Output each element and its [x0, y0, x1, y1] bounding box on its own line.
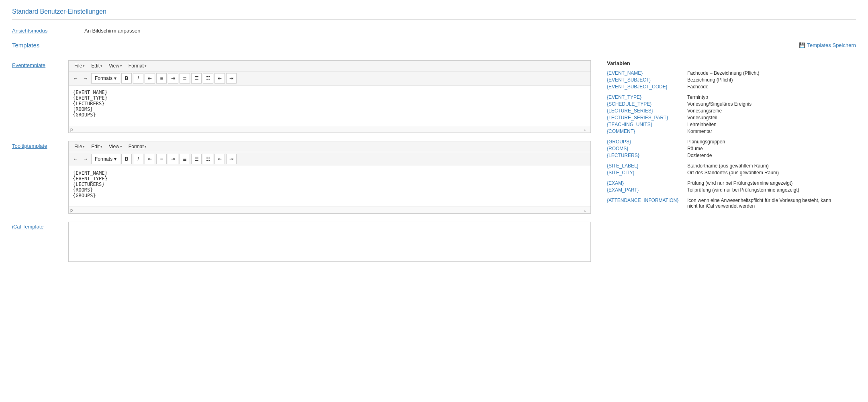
var-desc: Kommentar [687, 129, 712, 134]
templates-title: Templates [12, 42, 39, 49]
undo-button-tooltip[interactable]: ← [71, 155, 80, 163]
formats-dropdown-event[interactable]: Formats ▾ [91, 73, 120, 84]
tooltiptemplate-label[interactable]: Tooltiptemplate [12, 141, 68, 149]
bold-button-tooltip[interactable]: B [121, 154, 132, 164]
var-name[interactable]: {LECTURE_SERIES} [607, 108, 687, 114]
tooltiptemplate-toolbar: ← → Formats ▾ B I ⇤ ≡ ⇥ ≣ ☰ ☷ [69, 152, 590, 166]
view-menu-tooltip[interactable]: View ▾ [106, 143, 125, 150]
var-row: {LECTURERS} Dozierende [607, 153, 856, 158]
var-desc: Fachcode – Bezeichnung (Pflicht) [687, 70, 759, 76]
var-group-5: {ATTENDANCE_INFORMATION} Icon wenn eine … [607, 198, 856, 209]
var-desc: Dozierende [687, 153, 712, 158]
variables-panel: Variablen {EVENT_NAME} Fachcode – Bezeic… [607, 60, 856, 270]
var-row: {EVENT_SUBJECT_CODE} Fachcode [607, 84, 856, 90]
outdent-button-event[interactable]: ⇤ [214, 73, 225, 84]
format-menu-event[interactable]: Format ▾ [125, 62, 150, 69]
var-name[interactable]: {EVENT_NAME} [607, 70, 687, 76]
var-name[interactable]: {EVENT_SUBJECT_CODE} [607, 84, 687, 90]
var-group-4: {EXAM} Prüfung (wird nur bei Prüfungster… [607, 180, 856, 193]
var-name[interactable]: {SCHEDULE_TYPE} [607, 101, 687, 107]
save-templates-button[interactable]: 💾 Templates Speichern [799, 42, 856, 48]
outdent-button-tooltip[interactable]: ⇤ [214, 154, 225, 164]
tooltiptemplate-body[interactable]: {EVENT_NAME} {EVENT_TYPE} {LECTURERS} {R… [69, 166, 590, 206]
tooltiptemplate-footer: p ⌞ [69, 206, 590, 213]
align-justify-button-tooltip[interactable]: ≣ [180, 154, 190, 164]
var-name[interactable]: {SITE_LABEL} [607, 163, 687, 169]
eventtemplate-toolbar: ← → Formats ▾ B I ⇤ ≡ ⇥ ≣ ☰ [69, 71, 590, 86]
var-name[interactable]: {GROUPS} [607, 139, 687, 145]
var-row: {EVENT_SUBJECT} Bezeichnung (Pflicht) [607, 77, 856, 83]
resize-handle-tooltip[interactable]: ⌞ [584, 208, 589, 212]
align-justify-button-event[interactable]: ≣ [180, 73, 190, 84]
list-ordered-button-tooltip[interactable]: ☷ [203, 154, 213, 164]
view-menu-event[interactable]: View ▾ [106, 62, 125, 69]
bold-button-event[interactable]: B [121, 73, 132, 84]
var-name[interactable]: {EXAM} [607, 180, 687, 186]
variables-title: Variablen [607, 60, 856, 66]
var-group-1: {EVENT_TYPE} Termintyp {SCHEDULE_TYPE} V… [607, 94, 856, 134]
list-unordered-button-event[interactable]: ☰ [191, 73, 202, 84]
var-desc: Vorlesungsreihe [687, 108, 722, 114]
var-desc: Teilprüfung (wird nur bei Prüfungstermin… [687, 187, 799, 193]
var-desc: Prüfung (wird nur bei Prüfungstermine an… [687, 180, 792, 186]
var-name[interactable]: {SITE_CITY} [607, 170, 687, 175]
var-row: {SITE_CITY} Ort des Standortes (aus gewä… [607, 170, 856, 175]
var-row: {TEACHING_UNITS} Lehreinheiten [607, 122, 856, 127]
resize-handle-event[interactable]: ⌞ [584, 127, 589, 132]
var-name[interactable]: {EXAM_PART} [607, 187, 687, 193]
var-row: {EXAM_PART} Teilprüfung (wird nur bei Pr… [607, 187, 856, 193]
var-desc: Termintyp [687, 94, 708, 100]
var-name[interactable]: {LECTURE_SERIES_PART} [607, 115, 687, 120]
indent-button-tooltip[interactable]: ⇥ [226, 154, 237, 164]
redo-button-event[interactable]: → [81, 74, 90, 82]
eventtemplate-editor: File ▾ Edit ▾ View ▾ Format [68, 60, 591, 133]
var-row: {EVENT_TYPE} Termintyp [607, 94, 856, 100]
eventtemplate-footer: p ⌞ [69, 126, 590, 133]
eventtemplate-menubar: File ▾ Edit ▾ View ▾ Format [69, 61, 590, 71]
var-group-3: {SITE_LABEL} Standortname (aus gewähltem… [607, 163, 856, 175]
var-name[interactable]: {ROOMS} [607, 146, 687, 151]
ansichtsmodus-value: An Bildschirm anpassen [84, 28, 140, 34]
italic-button-event[interactable]: I [133, 73, 143, 84]
align-right-button-tooltip[interactable]: ⇥ [168, 154, 178, 164]
var-row: {SITE_LABEL} Standortname (aus gewähltem… [607, 163, 856, 169]
var-name[interactable]: {EVENT_TYPE} [607, 94, 687, 100]
icaltemplate-label[interactable]: iCal Template [12, 222, 68, 230]
align-center-button-tooltip[interactable]: ≡ [156, 154, 167, 164]
ansichtsmodus-label[interactable]: Ansichtsmodus [12, 28, 84, 34]
redo-button-tooltip[interactable]: → [81, 155, 90, 163]
eventtemplate-label[interactable]: Eventtemplate [12, 60, 68, 68]
var-row: {LECTURE_SERIES_PART} Vorlesungsteil [607, 115, 856, 120]
indent-button-event[interactable]: ⇥ [226, 73, 237, 84]
var-name[interactable]: {TEACHING_UNITS} [607, 122, 687, 127]
var-row: {LECTURE_SERIES} Vorlesungsreihe [607, 108, 856, 114]
var-row: {COMMENT} Kommentar [607, 129, 856, 134]
var-name[interactable]: {EVENT_SUBJECT} [607, 77, 687, 83]
format-menu-tooltip[interactable]: Format ▾ [125, 143, 150, 150]
edit-menu-event[interactable]: Edit ▾ [88, 62, 106, 69]
var-row: {ROOMS} Räume [607, 146, 856, 151]
var-name[interactable]: {ATTENDANCE_INFORMATION} [607, 198, 687, 203]
edit-menu-tooltip[interactable]: Edit ▾ [88, 143, 106, 150]
italic-button-tooltip[interactable]: I [133, 154, 143, 164]
tooltiptemplate-row: Tooltiptemplate File ▾ Edit ▾ View [12, 141, 591, 214]
align-center-button-event[interactable]: ≡ [156, 73, 167, 84]
eventtemplate-body[interactable]: {EVENT_NAME} {EVENT_TYPE} {LECTURERS} {R… [69, 86, 590, 126]
formats-dropdown-tooltip[interactable]: Formats ▾ [91, 154, 120, 164]
var-name[interactable]: {COMMENT} [607, 129, 687, 134]
align-right-button-event[interactable]: ⇥ [168, 73, 178, 84]
file-menu-event[interactable]: File ▾ [71, 62, 88, 69]
var-desc: Planungsgruppen [687, 139, 725, 145]
tooltiptemplate-editor: File ▾ Edit ▾ View ▾ Format [68, 141, 591, 214]
list-unordered-button-tooltip[interactable]: ☰ [191, 154, 202, 164]
undo-button-event[interactable]: ← [71, 74, 80, 82]
align-left-button-tooltip[interactable]: ⇤ [145, 154, 155, 164]
file-menu-tooltip[interactable]: File ▾ [71, 143, 88, 150]
eventtemplate-row: Eventtemplate File ▾ Edit ▾ View [12, 60, 591, 133]
var-group-0: {EVENT_NAME} Fachcode – Bezeichnung (Pfl… [607, 70, 856, 90]
save-icon: 💾 [799, 42, 805, 48]
align-left-button-event[interactable]: ⇤ [145, 73, 155, 84]
list-ordered-button-event[interactable]: ☷ [203, 73, 213, 84]
icaltemplate-editor[interactable] [68, 222, 591, 262]
var-name[interactable]: {LECTURERS} [607, 153, 687, 158]
